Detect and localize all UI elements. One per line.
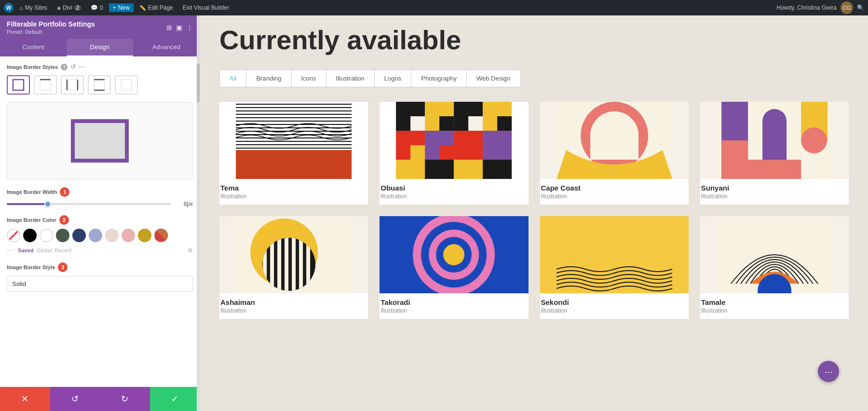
search-icon[interactable]: 🔍 — [857, 4, 864, 11]
portfolio-item-tamale[interactable]: Tamale Illustration — [700, 216, 849, 319]
svg-rect-0 — [13, 80, 24, 90]
portfolio-item-cape-coast[interactable]: Cape Coast Illustration — [540, 102, 689, 205]
wordpress-icon[interactable]: W — [4, 3, 14, 13]
color-settings-icon[interactable]: ⚙ — [188, 247, 193, 254]
color-swatch-black[interactable] — [23, 229, 37, 242]
portfolio-cat-obuasi: Illustration — [380, 193, 527, 200]
panel-scrollbar[interactable] — [197, 15, 200, 411]
color-dots-icon[interactable]: ··· — [7, 246, 13, 255]
filter-tab-webdesign[interactable]: Web Design — [467, 70, 520, 87]
filter-tab-illustration[interactable]: Illustration — [326, 70, 375, 87]
floating-action-button[interactable]: ··· — [818, 361, 839, 382]
svg-rect-44 — [483, 160, 512, 179]
portfolio-name-sunyani: Sunyani — [701, 184, 848, 192]
tab-advanced[interactable]: Advanced — [133, 39, 200, 56]
save-button[interactable]: ✓ — [150, 387, 200, 411]
border-top-button[interactable] — [34, 75, 57, 95]
exit-visual-builder-button[interactable]: Exit Visual Builder — [179, 0, 233, 15]
portfolio-info-tema: Tema Illustration — [219, 179, 368, 205]
color-swatch-dark-green[interactable] — [56, 229, 69, 242]
portfolio-cat-sekondi: Illustration — [541, 307, 688, 314]
reset-icon[interactable]: ↺ — [70, 63, 76, 70]
portfolio-thumb-sunyani — [700, 102, 849, 179]
preset-label[interactable]: Preset: Default — [7, 29, 95, 35]
color-swatch-white[interactable] — [40, 229, 53, 242]
color-swatch-red[interactable] — [154, 229, 168, 242]
help-icon[interactable]: ? — [61, 64, 68, 70]
color-swatch-lavender[interactable] — [89, 229, 102, 242]
svg-rect-6 — [94, 80, 105, 90]
svg-rect-3 — [67, 80, 78, 90]
portfolio-item-takoradi[interactable]: Takoradi Illustration — [380, 216, 528, 319]
portfolio-item-sekondi[interactable]: Sekondi Illustration — [540, 216, 689, 319]
svg-rect-42 — [425, 160, 454, 179]
undo-button[interactable]: ↺ — [50, 387, 100, 411]
svg-rect-38 — [483, 131, 512, 160]
comments-menu[interactable]: 💬 0 — [87, 0, 107, 15]
filter-tab-all[interactable]: All — [220, 70, 246, 87]
portfolio-item-tema[interactable]: Tema Illustration — [219, 102, 368, 205]
tab-design[interactable]: Design — [67, 39, 133, 56]
edit-page-button[interactable]: ✏️ Edit Page — [136, 0, 177, 15]
portfolio-cat-ashaiman: Illustration — [220, 307, 367, 314]
svg-rect-40 — [439, 145, 454, 160]
filter-tab-icons[interactable]: Icons — [292, 70, 326, 87]
border-width-slider-track[interactable] — [7, 203, 171, 205]
portfolio-item-obuasi[interactable]: Obuasi Illustration — [380, 102, 528, 205]
image-border-styles-label: Image Border Styles ? ↺ ⋯ — [7, 63, 193, 70]
portfolio-item-ashaiman[interactable]: Ashaiman Illustration — [219, 216, 368, 319]
new-button[interactable]: + New — [109, 3, 134, 12]
svg-point-54 — [762, 109, 787, 133]
expand-icon[interactable]: ▣ — [176, 24, 182, 31]
filter-tab-branding[interactable]: Branding — [246, 70, 291, 87]
filter-tab-logos[interactable]: Logos — [375, 70, 411, 87]
border-none-button[interactable] — [115, 75, 138, 95]
svg-rect-52 — [721, 140, 748, 179]
portfolio-info-takoradi: Takoradi Illustration — [380, 293, 528, 319]
color-swatch-navy[interactable] — [72, 229, 86, 242]
action-bar: ✕ ↺ ↻ ✓ — [0, 387, 200, 411]
my-sites-menu[interactable]: ⌂ My Sites — [15, 0, 51, 15]
svg-rect-37 — [454, 131, 483, 160]
border-width-slider-row: 8px — [7, 201, 193, 207]
portfolio-thumb-sekondi — [540, 216, 689, 293]
collapse-icon[interactable]: ⊞ — [166, 24, 172, 31]
border-style-buttons — [7, 75, 193, 95]
portfolio-cat-cape-coast: Illustration — [541, 193, 688, 200]
portfolio-info-tamale: Tamale Illustration — [700, 293, 849, 319]
color-swatch-pink[interactable] — [122, 229, 135, 242]
svg-rect-49 — [590, 136, 638, 160]
border-width-value: 8px — [176, 201, 193, 207]
portfolio-info-sunyani: Sunyani Illustration — [700, 179, 849, 205]
portfolio-info-ashaiman: Ashaiman Illustration — [219, 293, 368, 319]
filter-tab-photography[interactable]: Photography — [411, 70, 467, 87]
border-style-select[interactable]: None Solid Dashed Dotted Double — [7, 276, 193, 292]
color-swatch-transparent[interactable] — [7, 229, 20, 242]
divi-menu[interactable]: ◈ Divi 2 — [53, 0, 85, 15]
cancel-button[interactable]: ✕ — [0, 387, 50, 411]
redo-button[interactable]: ↻ — [100, 387, 150, 411]
svg-point-56 — [801, 127, 827, 153]
svg-rect-32 — [439, 116, 454, 131]
tab-content[interactable]: Content — [0, 39, 67, 56]
svg-rect-76 — [556, 216, 672, 293]
portfolio-info-cape-coast: Cape Coast Illustration — [540, 179, 689, 205]
tabs-row: Content Design Advanced — [0, 39, 200, 56]
panel-header: Filterable Portfolio Settings Preset: De… — [0, 15, 200, 39]
border-top-bottom-button[interactable] — [88, 75, 111, 95]
color-tab-global[interactable]: Global — [37, 247, 52, 253]
more-icon[interactable]: ⋯ — [79, 63, 85, 70]
portfolio-cat-sunyani: Illustration — [701, 193, 848, 200]
more-options-icon[interactable]: ⋮ — [186, 24, 193, 31]
color-swatch-gold[interactable] — [138, 229, 151, 242]
fab-icon: ··· — [825, 366, 833, 377]
border-all-button[interactable] — [7, 75, 30, 95]
color-tab-saved[interactable]: Saved — [18, 247, 33, 253]
color-swatch-light-pink[interactable] — [105, 229, 119, 242]
color-tab-recent[interactable]: Recent — [55, 247, 72, 253]
portfolio-item-sunyani[interactable]: Sunyani Illustration — [700, 102, 849, 205]
portfolio-cat-tamale: Illustration — [701, 307, 848, 314]
border-sides-button[interactable] — [61, 75, 84, 95]
slider-thumb[interactable] — [44, 201, 51, 207]
svg-rect-31 — [410, 116, 425, 131]
